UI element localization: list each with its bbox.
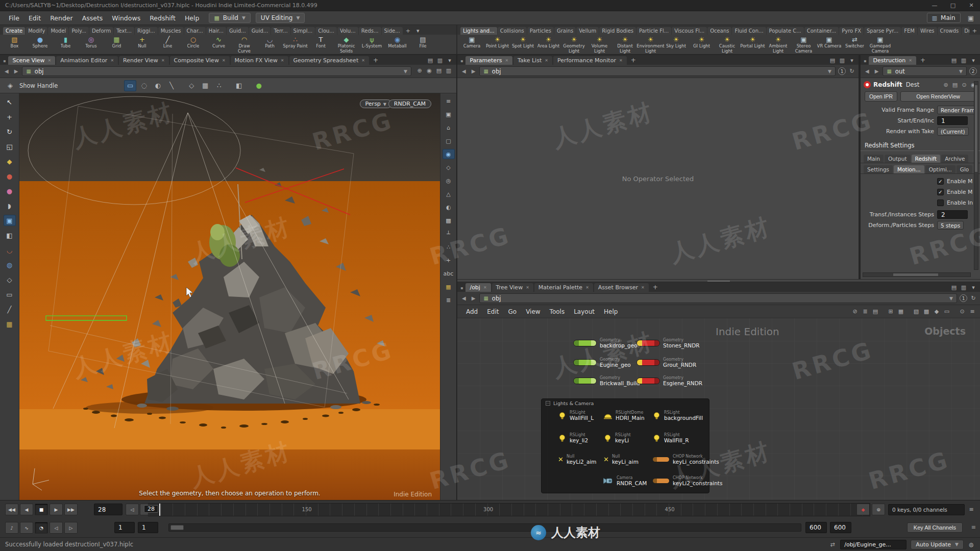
shelf-tool-torus[interactable]: ◎Torus xyxy=(79,35,104,54)
shelf-tool-curve[interactable]: ∿Curve xyxy=(206,35,231,54)
net-tree-icon[interactable]: ≣ xyxy=(862,308,869,315)
shelf-tab-lights-and[interactable]: Lights and... xyxy=(460,27,497,35)
viewport-tab-composite-view[interactable]: Composite View✕ xyxy=(170,56,230,65)
snap-grid-icon[interactable]: ▦ xyxy=(199,80,211,91)
shelf-tool-draw-curve[interactable]: ◠Draw Curve xyxy=(232,35,257,54)
select-laser-icon[interactable]: ╲ xyxy=(165,80,178,91)
net-menu-layout[interactable]: Layout xyxy=(569,307,599,317)
pane-menu-icon[interactable]: ▾ xyxy=(970,284,977,291)
perspective-icon[interactable]: ◇ xyxy=(443,162,455,172)
shelf-tab-create[interactable]: Create xyxy=(3,27,25,35)
key-all-channels-button[interactable]: Key All Channels xyxy=(907,522,963,533)
pane-split-icon[interactable]: ▥ xyxy=(839,57,846,64)
wireframe-icon[interactable]: ▩ xyxy=(443,215,455,226)
snap-orient-icon[interactable]: ◇ xyxy=(185,80,198,91)
desktop-selector-2[interactable]: UV Editing ▼ xyxy=(256,13,305,23)
shelf-tab-container[interactable]: Container... xyxy=(804,27,839,35)
current-node-context[interactable]: /obj/Eugine_ge... xyxy=(840,540,906,549)
update-mode-selector[interactable]: Auto Update ▼ xyxy=(911,540,964,549)
pane-resize-handle[interactable] xyxy=(457,279,980,282)
redshift-tab-main[interactable]: Main xyxy=(864,155,884,163)
shading-mode-icon[interactable]: ◐ xyxy=(443,202,455,212)
color-correction-icon[interactable]: ▦ xyxy=(443,282,455,292)
maximize-view-icon[interactable]: ▣ xyxy=(443,109,455,119)
shelf-tab-viscous-fl[interactable]: Viscous Fl... xyxy=(672,27,707,35)
camera-selector[interactable]: RNDR_CAM xyxy=(388,99,431,108)
playhead[interactable] xyxy=(159,504,160,516)
rs-sheet-icon[interactable]: ▤ xyxy=(951,82,959,88)
net-list-icon[interactable]: ▤ xyxy=(872,308,879,315)
rs-search-icon[interactable]: ⊙ xyxy=(961,82,968,88)
frame-ruler[interactable]: 28 150300450 xyxy=(148,503,870,516)
redshift-tab-archive[interactable]: Archive xyxy=(941,155,968,163)
translate-state-icon[interactable]: + xyxy=(4,111,16,122)
audio-icon[interactable]: ♪ xyxy=(5,522,18,534)
shelf-tool-ambient-light[interactable]: ☀Ambient Light xyxy=(766,35,791,54)
shelf-tab-populate-c[interactable]: Populate C... xyxy=(767,27,804,35)
redshift-subtab-optimi[interactable]: Optimi... xyxy=(925,165,955,173)
rotate-state-icon[interactable]: ↻ xyxy=(4,126,16,137)
text-overlay-icon[interactable]: abc xyxy=(443,268,455,279)
checkbox-enable-m-0[interactable]: ✓ xyxy=(937,178,944,185)
display-points-icon[interactable]: ∴ xyxy=(443,242,455,252)
network-tab-asset-browser[interactable]: Asset Browser✕ xyxy=(594,283,649,292)
shelf-tab-sparse-pyr[interactable]: Sparse Pyr... xyxy=(864,27,901,35)
shelf-tab-grains[interactable]: Grains xyxy=(554,27,576,35)
viewport-tab-animation-editor[interactable]: Animation Editor✕ xyxy=(56,56,118,65)
redshift-subtab-settings[interactable]: Settings xyxy=(864,165,893,173)
handles-display-icon[interactable]: + xyxy=(443,255,455,265)
shelf-tool-platonic-solids[interactable]: ◆Platonic Solids xyxy=(334,35,359,54)
network-tab-tree-view[interactable]: Tree View✕ xyxy=(492,283,533,292)
shelf-tab-particle-fl[interactable]: Particle Fl... xyxy=(636,27,671,35)
shelf-tab-pyro-fx[interactable]: Pyro FX xyxy=(839,27,864,35)
status-sync-icon[interactable]: ⇄ xyxy=(829,541,836,548)
destruction-path-field[interactable]: ▦ out ▼ xyxy=(883,66,967,76)
world-space-icon[interactable]: ◍ xyxy=(4,259,16,270)
shelf-tool-distant-light[interactable]: ☀Distant Light xyxy=(612,35,638,54)
display-options-icon[interactable]: ≣ xyxy=(443,295,455,305)
new-tab-icon[interactable]: + xyxy=(917,56,928,65)
viewport-path-field[interactable]: ▦ obj ▼ xyxy=(22,66,411,76)
net-menu-view[interactable]: View xyxy=(521,307,545,317)
close-tab-icon[interactable]: ✕ xyxy=(641,285,645,290)
shelf-tool-sky-light[interactable]: ☀Sky Light xyxy=(664,35,689,54)
rs-gear-icon[interactable]: ⊚ xyxy=(942,82,949,88)
pane-layout-icon[interactable]: ▤ xyxy=(950,284,958,291)
obj-node-grout-rndr[interactable]: GeometryGrout_RNDR xyxy=(636,357,696,368)
open-renderview-button[interactable]: Open RenderView xyxy=(900,91,976,102)
box-node-wallfill-l[interactable]: RSLightWallFill_L xyxy=(558,410,594,421)
shelf-tab-fem[interactable]: FEM xyxy=(901,27,917,35)
shelf-tool-null[interactable]: +Null xyxy=(130,35,155,54)
shelf-tab-particles[interactable]: Particles xyxy=(527,27,554,35)
net-shapes-icon[interactable]: ◆ xyxy=(933,308,940,315)
net-grid-snap-icon[interactable]: ⊞ xyxy=(887,308,894,315)
box-node-backgroundfill[interactable]: RSLightbackgroundFill xyxy=(652,410,703,421)
box-node-key-li2[interactable]: RSLightkey_li2 xyxy=(558,433,588,443)
shelf-tab-fluid-con[interactable]: Fluid Con... xyxy=(732,27,766,35)
edit-state-icon[interactable]: ▣ xyxy=(4,215,16,226)
shelf-tab-oceans[interactable]: Oceans xyxy=(707,27,731,35)
snapshot-icon[interactable]: ◎ xyxy=(443,176,455,186)
shelf-tab-deform[interactable]: Deform xyxy=(89,27,113,35)
palette-tool-icon[interactable]: ▦ xyxy=(4,318,16,330)
shelf-tool-area-light[interactable]: ☀Area Light xyxy=(536,35,561,54)
shelf-tool-sphere[interactable]: ●Sphere xyxy=(28,35,53,54)
viewport-tab-geometry-spreadsheet[interactable]: Geometry Spreadsheet✕ xyxy=(289,56,369,65)
close-tab-icon[interactable]: ✕ xyxy=(505,58,508,63)
back-arrow-icon[interactable]: ◀ xyxy=(3,67,10,75)
net-badges-icon[interactable]: ▦ xyxy=(897,308,904,315)
net-menu-tools[interactable]: Tools xyxy=(545,307,570,317)
menu-file[interactable]: File xyxy=(4,12,24,24)
handle-icon[interactable]: ◈ xyxy=(4,80,16,91)
shelf-tab-wires[interactable]: Wires xyxy=(918,27,937,35)
view-ruler-icon[interactable]: ◧ xyxy=(233,80,245,91)
shelf-tool-point-light[interactable]: ☀Point Light xyxy=(485,35,510,54)
obj-node-brickwall-build[interactable]: GeometryBrickwall_Build xyxy=(573,375,640,386)
net-flags-icon[interactable]: ▧ xyxy=(913,308,920,315)
view-menu-icon[interactable]: ≡ xyxy=(443,96,455,106)
shelf-tool-circle[interactable]: ○Circle xyxy=(181,35,206,54)
shelf-tab-terr[interactable]: Terr... xyxy=(271,27,290,35)
projection-selector[interactable]: Persp▼ xyxy=(360,99,392,108)
back-arrow-icon[interactable]: ◀ xyxy=(460,67,468,75)
maximize-button[interactable]: □ xyxy=(949,2,957,9)
